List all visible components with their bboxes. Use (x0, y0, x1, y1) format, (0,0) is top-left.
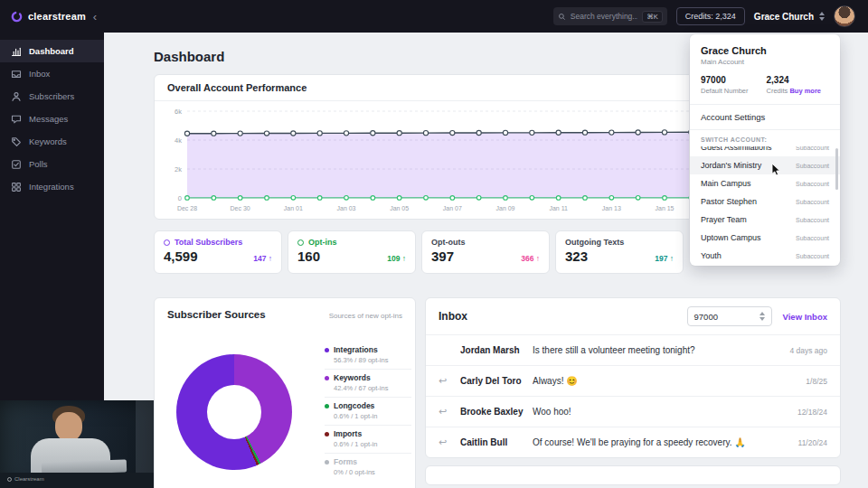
subaccount-item[interactable]: Main Campus Subaccount (690, 174, 840, 192)
subaccount-item[interactable]: Uptown Campus Subaccount (690, 229, 840, 247)
inbox-card: Inbox 97000 View Inbox Jordan Marsh Is t… (425, 297, 841, 458)
account-menu-name: Grace Church (701, 45, 829, 56)
topbar: clearstream ‹ ⌘K Credits: 2,324 Grace Ch… (0, 0, 868, 33)
svg-text:Jan 07: Jan 07 (443, 205, 462, 211)
dashboard-icon (11, 46, 22, 57)
account-settings-link[interactable]: Account Settings (690, 105, 840, 129)
presenter-face (55, 412, 82, 441)
sidebar-item-subscribers[interactable]: Subscribers (0, 85, 104, 108)
search-box[interactable]: ⌘K (553, 7, 667, 25)
stat-value: 323 (565, 249, 588, 263)
sources-title: Subscriber Sources (167, 309, 266, 320)
avatar[interactable] (834, 5, 855, 27)
sidebar-item-keywords[interactable]: Keywords (0, 130, 104, 153)
subaccount-item[interactable]: Jordan's Ministry Subaccount (690, 156, 840, 174)
svg-text:Jan 01: Jan 01 (284, 205, 303, 211)
stat-value: 160 (297, 249, 320, 263)
subaccount-item[interactable]: Guest Assimilations Subaccount (690, 146, 840, 156)
reply-arrow-icon: ↩ (439, 436, 460, 448)
credits-label: Credits (767, 87, 788, 95)
svg-text:Jan 03: Jan 03 (336, 205, 355, 211)
clearstream-watermark: Clearstream (7, 476, 44, 482)
stat-card: Total Subscribers 4,599 147 ↑ (154, 230, 282, 274)
clearstream-logo-icon (7, 477, 12, 482)
legend-value: 0.6% / 1 opt-in (334, 412, 411, 420)
svg-text:6k: 6k (175, 108, 182, 116)
legend-item: Imports 0.6% / 1 opt-in (325, 426, 411, 454)
sidebar-collapse-icon[interactable]: ‹ (93, 11, 97, 23)
subscriber-sources-card: Subscriber Sources Sources of new opt-in… (154, 297, 416, 488)
stat-change: 147 ↑ (253, 254, 272, 263)
svg-text:Dec 28: Dec 28 (177, 205, 197, 211)
sources-subtitle: Sources of new opt-ins (329, 312, 402, 320)
account-switcher[interactable]: Grace Church (754, 12, 825, 22)
legend-value: 56.3% / 89 opt-ins (334, 356, 411, 364)
inbox-icon (11, 69, 22, 80)
brand: clearstream ‹ (0, 11, 104, 23)
default-number-value: 97000 (701, 75, 749, 85)
subaccount-item[interactable]: Youth Subaccount (690, 247, 840, 265)
integrations-icon (11, 182, 22, 192)
sidebar-item-messages[interactable]: Messages (0, 108, 104, 130)
svg-text:Jan 09: Jan 09 (495, 205, 514, 211)
subscribers-icon (11, 91, 22, 102)
sidebar-item-inbox[interactable]: Inbox (0, 62, 104, 85)
buy-more-link[interactable]: Buy more (789, 87, 821, 95)
stat-value: 4,599 (164, 249, 198, 263)
legend-dot-icon (325, 460, 329, 465)
message-date: 11/20/24 (798, 438, 827, 447)
sidebar-nav: Dashboard Inbox Subscribers Messages Key… (0, 33, 104, 198)
legend-item: Longcodes 0.6% / 1 opt-in (325, 398, 411, 426)
subaccount-tag: Subaccount (796, 199, 829, 205)
message-sender: Brooke Baxley (460, 407, 533, 417)
search-icon (558, 13, 566, 21)
legend-value: 0% / 0 opt-ins (334, 468, 411, 476)
svg-text:Dec 30: Dec 30 (231, 205, 250, 211)
stat-ring-icon (164, 239, 170, 246)
sources-donut-chart (176, 354, 292, 470)
subaccount-item[interactable]: Prayer Team Subaccount (690, 211, 840, 229)
inbox-message-row[interactable]: Jordan Marsh Is there still a volunteer … (426, 334, 840, 365)
sidebar-item-polls[interactable]: Polls (0, 153, 104, 175)
message-text: Is there still a volunteer meeting tonig… (533, 345, 780, 355)
inbox-number-select[interactable]: 97000 (687, 306, 772, 326)
next-card-peek (425, 465, 841, 485)
message-text: Of course! We'll be praying for a speedy… (533, 437, 789, 447)
search-shortcut-badge: ⌘K (642, 11, 663, 23)
legend-item: Keywords 42.4% / 67 opt-ins (325, 370, 411, 398)
messages-icon (11, 114, 22, 125)
subaccount-item[interactable]: Pastor Stephen Subaccount (690, 192, 840, 211)
svg-text:2k: 2k (175, 165, 182, 174)
account-switcher-label: Grace Church (754, 12, 814, 22)
legend-dot-icon (325, 348, 329, 352)
svg-text:Jan 11: Jan 11 (549, 205, 568, 211)
stat-card: Opt-ins 160 109 ↑ (288, 230, 416, 274)
inbox-message-row[interactable]: ↩ Carly Del Toro Always! 😊 1/8/25 (426, 365, 840, 396)
message-date: 1/8/25 (806, 377, 827, 386)
legend-dot-icon (325, 432, 329, 436)
message-text: Always! 😊 (533, 376, 797, 386)
reply-arrow-icon: ↩ (439, 406, 460, 418)
legend-item: Forms 0% / 0 opt-ins (325, 454, 411, 481)
stat-change: 109 ↑ (387, 254, 406, 263)
credits-button[interactable]: Credits: 2,324 (676, 7, 745, 25)
sidebar-item-dashboard[interactable]: Dashboard (0, 40, 104, 62)
chevron-updown-icon (760, 312, 765, 321)
default-number-label: Default Number (701, 87, 749, 95)
stat-card: Outgoing Texts 323 197 ↑ (555, 230, 684, 274)
inbox-message-row[interactable]: ↩ Caitlin Bull Of course! We'll be prayi… (426, 427, 840, 457)
scrollbar-thumb[interactable] (835, 148, 838, 190)
subaccount-tag: Subaccount (796, 163, 829, 169)
inbox-title: Inbox (439, 310, 467, 323)
donut-hole (207, 385, 261, 439)
view-inbox-link[interactable]: View Inbox (783, 312, 827, 322)
message-sender: Carly Del Toro (460, 376, 533, 386)
search-input[interactable] (571, 12, 637, 21)
inbox-message-row[interactable]: ↩ Brooke Baxley Woo hoo! 12/18/24 (426, 396, 840, 427)
legend-value: 42.4% / 67 opt-ins (334, 384, 411, 392)
stat-change: 366 ↑ (521, 254, 540, 263)
account-menu-type: Main Account (701, 58, 829, 66)
legend-item: Integrations 56.3% / 89 opt-ins (325, 342, 411, 370)
keywords-icon (11, 136, 22, 147)
sidebar-item-integrations[interactable]: Integrations (0, 175, 104, 198)
